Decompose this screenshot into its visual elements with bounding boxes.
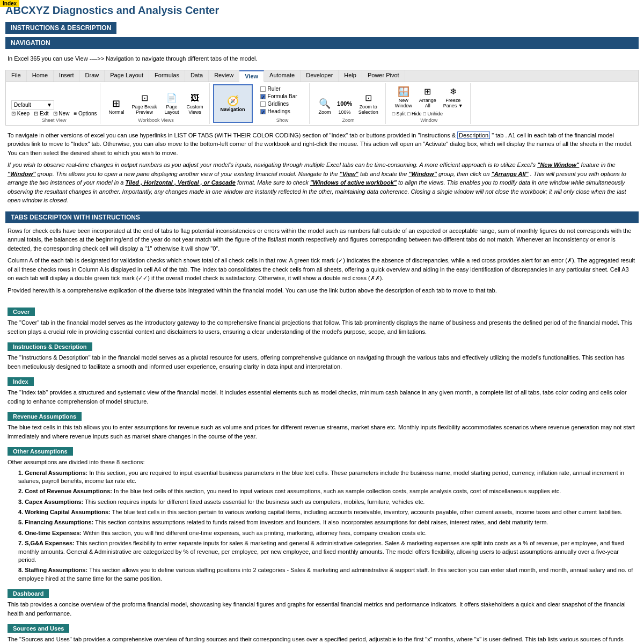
- sources-desc: The "Sources and Uses" tab provides a co…: [8, 635, 636, 644]
- index-section: Index The "Index tab" provides a structu…: [8, 375, 636, 406]
- arrange-all-btn[interactable]: ⊞ ArrangeAll: [416, 84, 439, 110]
- navigation-btn[interactable]: 🧭 Navigation: [218, 94, 247, 113]
- new-window-btn[interactable]: 🪟 NewWindow: [392, 84, 415, 110]
- ribbon-tab-automate[interactable]: Automate: [264, 70, 301, 82]
- list-item: 4. Working Capital Assumptions: The blue…: [18, 508, 636, 516]
- sources-label[interactable]: Sources and Uses: [8, 624, 69, 633]
- ribbon-tab-home[interactable]: Home: [27, 70, 54, 82]
- exit-btn[interactable]: ⊡ Exit: [34, 111, 48, 116]
- dashboard-desc: This tab provides a concise overview of …: [8, 600, 636, 618]
- revenue-label[interactable]: Revenue Assumptions: [8, 412, 82, 421]
- dashboard-section: Dashboard This tab provides a concise ov…: [8, 587, 636, 618]
- instructions-label[interactable]: Instructions & Description: [8, 342, 92, 351]
- dashboard-label[interactable]: Dashboard: [8, 589, 49, 598]
- formula-bar-check[interactable]: ✓ Formula Bar: [260, 93, 305, 99]
- list-item: 8. Staffing Assumptions: This section al…: [18, 566, 636, 583]
- sheet-view-label: Sheet View: [11, 118, 97, 123]
- revenue-desc: The blue text cells in this tab allows y…: [8, 423, 636, 441]
- cover-section: Cover The "Cover" tab in the financial m…: [8, 305, 636, 336]
- ribbon-tab-formulas[interactable]: Formulas: [149, 70, 185, 82]
- show-label: Show: [260, 118, 305, 123]
- index-section-label[interactable]: Index: [8, 377, 34, 386]
- ribbon-tab-help[interactable]: Help: [339, 70, 362, 82]
- keep-btn[interactable]: ⊡ Keep: [11, 111, 30, 116]
- workbook-views-label: Workbook Views: [106, 118, 206, 123]
- index-badge: Index: [0, 0, 19, 7]
- zoom-to-selection-btn[interactable]: ⊡ Zoom toSelection: [356, 91, 381, 116]
- list-item: 2. Cost of Revenue Assumptions: In the b…: [18, 487, 636, 495]
- options-btn[interactable]: ≡ Options: [74, 111, 97, 116]
- instructions-section: Instructions & Description The "Instruct…: [8, 340, 636, 371]
- ribbon-tab-draw[interactable]: Draw: [80, 70, 105, 82]
- ribbon-body: Default ▼ ⊡ Keep ⊡ Exit ⊡ New ≡ Options …: [6, 82, 638, 125]
- nav-para1: To navigate in other versions of excel y…: [8, 132, 456, 138]
- cover-desc: The "Cover" tab in the financial model s…: [8, 318, 636, 336]
- ribbon-tab-powerpivot[interactable]: Power Pivot: [362, 70, 405, 82]
- list-item: 6. One-time Expenses: Within this sectio…: [18, 529, 636, 537]
- tabs-desc-p1: Rows for check cells have been incorpora…: [8, 226, 636, 253]
- nav-content: To navigate in other versions of excel y…: [0, 128, 644, 211]
- split-item[interactable]: □ Split: [392, 111, 406, 116]
- instructions-desc: The "Instructions & Description" tab in …: [8, 353, 636, 371]
- page-break-preview-btn[interactable]: ⊡ Page BreakPreview: [129, 91, 159, 116]
- excel-ribbon: File Home Insert Draw Page Layout Formul…: [5, 70, 639, 126]
- unhide-item[interactable]: □ Unhide: [423, 111, 443, 116]
- headings-check[interactable]: ✓ Headings: [260, 108, 305, 114]
- new-btn[interactable]: ⊡ New: [53, 111, 70, 116]
- navigation-header: NAVIGATION: [5, 37, 639, 49]
- freeze-panes-btn[interactable]: ❄ FreezePanes ▼: [441, 84, 466, 110]
- zoom-btn[interactable]: 🔍 Zoom: [316, 96, 334, 116]
- other-label[interactable]: Other Assumptions: [8, 447, 73, 456]
- window-label: Window: [392, 118, 466, 123]
- zoom-100-btn[interactable]: 100% 100%: [336, 96, 354, 116]
- normal-view-btn[interactable]: ⊞ Normal: [106, 96, 127, 116]
- ribbon-tab-bar[interactable]: File Home Insert Draw Page Layout Formul…: [6, 70, 638, 82]
- ribbon-tab-pagelayout[interactable]: Page Layout: [105, 70, 149, 82]
- nav-italic-para: If you wish to observe real-time changes…: [8, 160, 636, 205]
- ribbon-tab-data[interactable]: Data: [185, 70, 209, 82]
- revenue-section: Revenue Assumptions The blue text cells …: [8, 410, 636, 441]
- list-item: 1. General Assumptions: In this section,…: [18, 469, 636, 486]
- ribbon-tab-developer[interactable]: Developer: [301, 70, 339, 82]
- tabs-section-header: TABS DESCRIPTON WITH INSTRUCTIONS: [5, 211, 639, 223]
- hide-item[interactable]: □ Hide: [407, 111, 421, 116]
- ribbon-tab-insert[interactable]: Insert: [54, 70, 80, 82]
- other-intro: Other assumptions are divided into these…: [8, 458, 636, 467]
- list-item: 3. Capex Assumptions: This section requi…: [18, 498, 636, 506]
- list-item: 7. S,G&A Expenses: This section provides…: [18, 539, 636, 564]
- description-highlight: Description: [457, 131, 490, 139]
- other-assumptions-section: Other Assumptions Other assumptions are …: [8, 445, 636, 583]
- tabs-desc-p2: Column A of the each tab is designated f…: [8, 256, 636, 283]
- cover-label[interactable]: Cover: [8, 308, 35, 316]
- nav-intro-text: In Excel 365 you can use View -—>> Navig…: [8, 54, 636, 63]
- tabs-desc-content: Rows for check cells have been incorpora…: [0, 226, 644, 302]
- ribbon-tab-file[interactable]: File: [6, 70, 27, 82]
- ribbon-tab-view[interactable]: View: [239, 70, 264, 82]
- sheet-view-dropdown[interactable]: Default ▼: [11, 100, 54, 109]
- zoom-label: Zoom: [316, 118, 381, 123]
- gridlines-check[interactable]: Gridlines: [260, 101, 305, 107]
- instructions-header: INSTRUCTIONS & DESCRIPTION: [5, 22, 116, 34]
- page-title: ABCXYZ Diagnostics and Analysis Center: [0, 0, 644, 20]
- ribbon-tab-review[interactable]: Review: [209, 70, 239, 82]
- list-item: 5. Financing Assumptions: This section c…: [18, 518, 636, 526]
- ruler-check[interactable]: Ruler: [260, 86, 305, 92]
- other-sections-list: 1. General Assumptions: In this section,…: [8, 469, 636, 583]
- custom-views-btn[interactable]: 🖼 CustomViews: [184, 91, 206, 116]
- tabs-desc-p3: Provided herewith is a comprehensive exp…: [8, 286, 636, 295]
- index-desc: The "Index tab" provides a structured an…: [8, 388, 636, 406]
- page-layout-btn[interactable]: 📄 PageLayout: [162, 91, 182, 116]
- sources-section: Sources and Uses The "Sources and Uses" …: [8, 622, 636, 644]
